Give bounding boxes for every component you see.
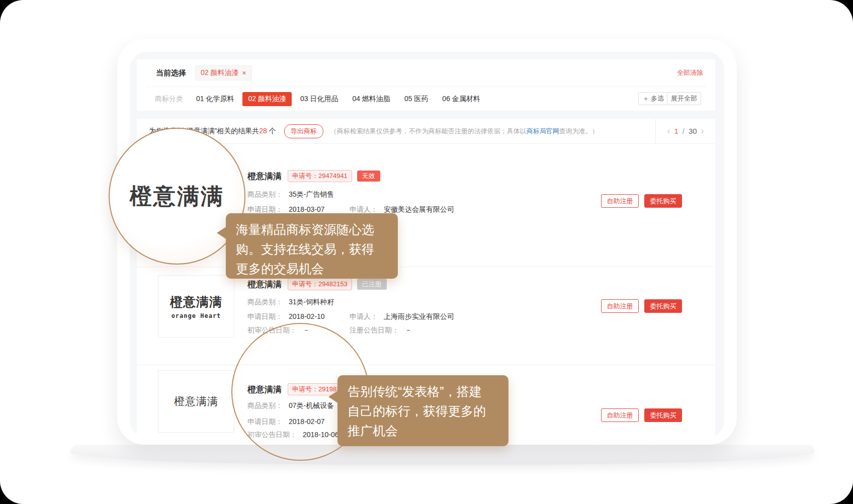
category-line: 商品类别：31类-饲料种籽 [247,298,334,307]
results-summary-unit: 个 [267,127,276,135]
application-number-label: 申请号： [292,172,318,180]
multi-select-button[interactable]: ＋ 多选 [638,92,668,105]
selected-filter-chip-label: 02 颜料油漆 [201,68,238,77]
trademark-image-subtext: orange Heart [172,312,221,319]
disclaimer-text: （商标检索结果仅供参考，不作为商标能否注册的法律依据；具体以 [330,127,527,135]
apply-date-value: 2018-02-10 [289,312,325,320]
callout-line: 更多的交易机会 [236,259,388,279]
category-item-05[interactable]: 05 医药 [404,95,428,104]
registration-publication-value: － [405,326,412,334]
category-item-02-selected[interactable]: 02 颜料油漆 [242,92,291,106]
application-number-label: 申请号： [292,280,318,288]
apply-date-line: 申请日期：2018-02-10 [247,312,325,321]
applicant-label: 申请人： [350,312,378,320]
callout-line: 海量精品商标资源随心选 [236,220,388,239]
trademark-name[interactable]: 橙意满满 [247,279,282,290]
registration-publication-label: 注册公告日期： [350,326,399,334]
status-badge: 无效 [357,171,380,182]
category-label: 商品类别： [247,298,283,306]
pagination: ‹ 1 / 30 › [655,119,715,143]
screenshot-stage: 当前选择 02 颜料油漆 × 全部清除 商标分类 01 化学原料 02 颜料油漆 [0,0,853,504]
applicant-line: 申请人：上海雨步实业有限公司 [350,312,454,321]
selected-filter-chip[interactable]: 02 颜料油漆 × [195,65,252,80]
results-disclaimer: （商标检索结果仅供参考，不作为商标能否注册的法律依据；具体以商标局官网查询为准。… [330,127,599,136]
current-selection-row: 当前选择 02 颜料油漆 × 全部清除 [137,59,715,87]
category-row: 商标分类 01 化学原料 02 颜料油漆 03 日化用品 04 燃料油脂 05 … [137,87,715,111]
self-register-button[interactable]: 自助注册 [601,408,639,422]
category-value: 35类-广告销售 [289,190,334,198]
page-total: 30 [689,127,697,135]
category-label: 商品类别： [247,190,283,198]
bubble-tail-icon [217,226,227,239]
laptop-base [70,445,815,465]
self-register-button[interactable]: 自助注册 [601,299,639,313]
page-current: 1 [674,127,678,135]
applicant-label: 申请人： [350,205,378,213]
page-background: 当前选择 02 颜料油漆 × 全部清除 商标分类 01 化学原料 02 颜料油漆 [0,0,853,504]
trademark-title-line: 橙意满满 申请号：29474941 无效 [247,170,380,182]
apply-date-label: 申请日期： [247,205,283,213]
callout-line: 购。支持在线交易，获得 [236,239,388,259]
application-number-tag: 申请号：29474941 [288,170,352,182]
trademark-image: 橙意满满 [158,370,234,433]
apply-date-label: 申请日期： [247,312,283,320]
category-row-label: 商标分类 [155,95,183,104]
results-count: 28 [259,127,267,135]
callout-bubble-1: 海量精品商标资源随心选 购。支持在线交易，获得 更多的交易机会 [226,213,398,279]
chevron-left-icon[interactable]: ‹ [667,126,670,136]
category-item-06[interactable]: 06 金属材料 [442,95,480,104]
applicant-value: 上海雨步实业有限公司 [384,312,454,320]
expand-all-button[interactable]: 展开全部 [667,92,701,105]
close-icon[interactable]: × [242,69,246,76]
status-badge: 已注册 [357,279,387,290]
category-item-01[interactable]: 01 化学原料 [196,95,234,104]
application-number-value: 29474941 [318,172,348,180]
application-number-value: 29482153 [318,280,348,288]
export-trademarks-button[interactable]: 导出商标 [284,124,323,138]
current-selection-label: 当前选择 [156,68,186,78]
category-value: 31类-饲料种籽 [289,298,334,306]
registration-publication-line: 注册公告日期：－ [350,326,412,335]
magnified-trademark-text: 橙意满满 [130,182,224,211]
callout-line: 推广机会 [348,421,498,441]
category-line: 商品类别：35类-广告销售 [247,190,334,199]
trademark-image-text: 橙意满满 [174,394,218,408]
entrust-buy-button[interactable]: 委托购买 [644,194,682,208]
disclaimer-text-end: 查询为准。） [559,127,599,135]
result-row-2: 橙意满满 orange Heart 橙意满满 申请号：29482153 已注册 … [137,267,715,365]
magnifier-lens-1: 橙意满满 [109,128,245,265]
apply-date-value: 2018-03-07 [289,205,325,213]
trademark-image-text: 橙意满满 [170,294,222,310]
entrust-buy-button[interactable]: 委托购买 [644,408,682,422]
category-item-04[interactable]: 04 燃料油脂 [352,95,390,104]
callout-line: 告别传统“发表格”，搭建 [348,382,498,401]
bubble-tail-icon [328,390,338,403]
clear-all-link[interactable]: 全部清除 [677,68,703,77]
page-separator: / [683,127,685,135]
callout-line: 自己的标行，获得更多的 [348,401,498,421]
trademark-office-link[interactable]: 商标局官网 [527,127,559,135]
results-header: 为您搜索到“橙意满满”相关的结果共28 个 导出商标 （商标检索结果仅供参考，不… [137,119,715,144]
applicant-value: 安徽美达会展有限公司 [384,205,454,213]
entrust-buy-button[interactable]: 委托购买 [644,299,682,313]
trademark-title-line: 橙意满满 申请号：29482153 已注册 [247,278,387,290]
trademark-name[interactable]: 橙意满满 [247,171,282,182]
category-item-03[interactable]: 03 日化用品 [300,95,338,104]
callout-bubble-2: 告别传统“发表格”，搭建 自己的标行，获得更多的 推广机会 [337,375,508,446]
self-register-button[interactable]: 自助注册 [601,194,639,208]
filter-panel: 当前选择 02 颜料油漆 × 全部清除 商标分类 01 化学原料 02 颜料油漆 [137,59,715,111]
application-number-tag: 申请号：29482153 [288,278,352,290]
trademark-image: 橙意满满 orange Heart [158,275,234,338]
chevron-right-icon[interactable]: › [701,126,704,136]
